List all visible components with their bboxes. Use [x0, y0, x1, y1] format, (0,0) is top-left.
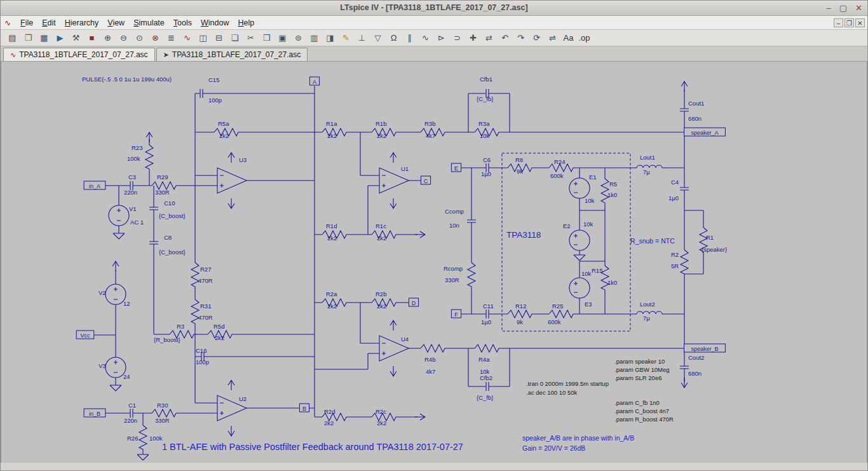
ground-symbols[interactable] [110, 233, 585, 460]
toolbar-zoom-full-button[interactable]: ⊙ [132, 31, 147, 45]
maximize-button[interactable]: ▢ [839, 3, 847, 13]
schematic-text: R1a [326, 120, 337, 127]
menu-help[interactable]: Help [233, 17, 259, 29]
schematic-text: 2k2 [324, 420, 334, 427]
schematic-text: R2a [326, 290, 337, 297]
toolbar-capacitor-button[interactable]: ∥ [402, 31, 417, 45]
mdi-minimize-button[interactable]: – [834, 18, 843, 27]
toolbar-mirror-button[interactable]: ⇌ [545, 31, 560, 45]
toolbar-run-button[interactable]: ▶ [52, 31, 68, 45]
toolbar-zoom-in-button[interactable]: ⊕ [100, 31, 116, 45]
toolbar-open-button[interactable]: ❐ [20, 31, 36, 45]
net-flag-Vcc[interactable]: Vcc [76, 331, 94, 339]
schematic-text: R2c [376, 408, 386, 415]
toolbar-wire-button[interactable]: ✎ [338, 31, 354, 45]
close-button[interactable]: ✕ [855, 3, 862, 13]
schematic-text: {C_boost} [159, 249, 186, 256]
menu-window[interactable]: Window [196, 17, 233, 29]
wires[interactable] [94, 86, 703, 454]
mdi-close-button[interactable]: ✕ [855, 18, 865, 27]
toolbar-tile-horizontal-button[interactable]: ⊟ [211, 31, 227, 45]
voltage-sources[interactable] [105, 205, 129, 378]
schematic-text: 2k2 [377, 420, 386, 427]
schematic-text: C1 [128, 402, 136, 409]
schematic-icon: ∿ [10, 51, 16, 59]
schematic-text: TPA3118 [506, 230, 541, 240]
net-flag-A[interactable]: A [309, 77, 319, 85]
schematic-text: R4a [478, 356, 490, 363]
schematic-text: 24 [123, 373, 130, 380]
toolbar-zoom-fit-button[interactable]: ⊗ [147, 31, 163, 45]
toolbar-copy-button[interactable]: ❒ [259, 31, 275, 45]
schematic-text: R31 [200, 303, 211, 310]
toolbar-ground-button[interactable]: ⊥ [354, 31, 370, 45]
toolbar-new-schematic-button[interactable]: ▤ [4, 31, 20, 45]
minimize-button[interactable]: – [827, 3, 831, 13]
toolbar-inductor-button[interactable]: ∿ [417, 31, 433, 45]
toolbar-cascade-button[interactable]: ❏ [227, 31, 243, 45]
schematic-text: 10k [585, 197, 595, 204]
mdi-restore-button[interactable]: ❐ [844, 18, 854, 27]
toolbar-undo-button[interactable]: ↶ [497, 31, 513, 45]
net-flag-in_A[interactable]: in_A [84, 181, 105, 189]
toolbar-paste-button[interactable]: ▣ [275, 31, 290, 45]
schematic-text: R2b [376, 290, 386, 297]
net-flag-B[interactable]: B [299, 404, 309, 412]
toolbar-find-button[interactable]: ⊚ [290, 31, 306, 45]
schematic-text: 330R [155, 189, 170, 196]
schematic-canvas[interactable]: in_Ain_BVccspeaker_Aspeaker_BABCDEF PULS… [1, 62, 867, 463]
toolbar-rotate-button[interactable]: ⟳ [529, 31, 545, 45]
toolbar-cut-button[interactable]: ✂ [243, 31, 259, 45]
toolbar-halt-button[interactable]: ■ [84, 31, 100, 45]
schematic-svg[interactable]: in_Ain_BVccspeaker_Aspeaker_BABCDEF PULS… [1, 62, 868, 463]
net-flag-in_B[interactable]: in_B [84, 409, 105, 417]
dependent-sources[interactable] [569, 178, 590, 298]
svg-text:D: D [412, 300, 416, 306]
schematic-text: R_snub = NTC [630, 237, 675, 245]
menu-simulate[interactable]: Simulate [129, 17, 169, 29]
menu-hierarchy[interactable]: Hierarchy [60, 17, 104, 29]
menu-file[interactable]: File [16, 17, 37, 29]
menu-view[interactable]: View [103, 17, 129, 29]
toolbar-diode-button[interactable]: ⊳ [433, 31, 449, 45]
toolbar-zoom-out-button[interactable]: ⊖ [116, 31, 132, 45]
toolbar-resistor-button[interactable]: Ω [386, 31, 402, 45]
schematic-text: R23 [132, 144, 142, 151]
toolbar-save-button[interactable]: ▦ [36, 31, 52, 45]
schematic-text: R26 [127, 435, 138, 442]
toolbar-print-button[interactable]: ▥ [306, 31, 322, 45]
toolbar-drag-button[interactable]: ⇄ [481, 31, 497, 45]
toolbar-label-net-button[interactable]: ▽ [370, 31, 386, 45]
net-flag-C[interactable]: C [421, 176, 430, 184]
tab-1[interactable]: ➤TPA3118_1BTLAFE_2017_07_27.asc [156, 48, 308, 61]
toolbar-waveform-button[interactable]: ∿ [179, 31, 195, 45]
menu-tools[interactable]: Tools [169, 17, 196, 29]
toolbar-control-panel-button[interactable]: ⚒ [68, 31, 84, 45]
menu-edit[interactable]: Edit [37, 17, 60, 29]
net-flag-E[interactable]: E [451, 163, 461, 172]
toolbar-spice-netlist-button[interactable]: ≣ [163, 31, 179, 45]
schematic-text: E3 [585, 301, 592, 308]
toolbar-tile-vertical-button[interactable]: ◫ [195, 31, 211, 45]
schematic-text: 2k2 [219, 132, 229, 139]
toolbar-print-preview-button[interactable]: ◨ [322, 31, 338, 45]
net-flag-speaker_A[interactable]: speaker_A [684, 128, 726, 136]
window-controls: –▢✕ [827, 1, 862, 15]
toolbar-spice-directive-button[interactable]: .op [576, 31, 592, 45]
schematic-text: 9k [517, 168, 523, 175]
toolbar-component-button[interactable]: ⊃ [449, 31, 465, 45]
schematic-text: 2k2 [327, 235, 337, 242]
tab-0[interactable]: ∿TPA3118_1BTLAFE_2017_07_27.asc [3, 48, 155, 61]
schematic-text: 10k [480, 132, 490, 139]
toolbar-redo-button[interactable]: ↷ [513, 31, 529, 45]
toolbar-move-button[interactable]: ✚ [465, 31, 481, 45]
net-flag-F[interactable]: F [451, 310, 461, 318]
schematic-text: 100k [127, 155, 140, 162]
schematic-text: 600k [550, 172, 564, 179]
app-icon: ∿ [4, 18, 11, 27]
net-flag-speaker_B[interactable]: speaker_B [684, 344, 726, 352]
net-flag-D[interactable]: D [409, 298, 418, 306]
toolbar-text-button[interactable]: Aa [560, 31, 576, 45]
schematic-text: {C_fb} [477, 95, 493, 102]
schematic-text: 5R [671, 263, 679, 270]
